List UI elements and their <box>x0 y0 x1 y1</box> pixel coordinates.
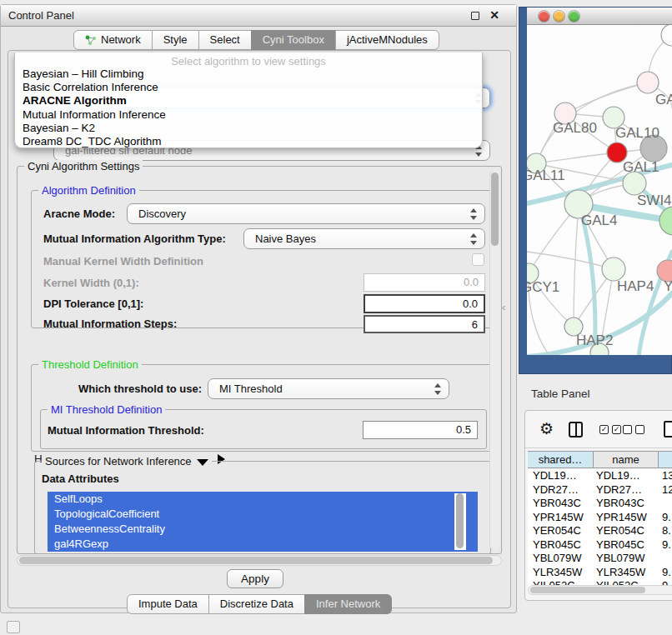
table-cell: YDL19… <box>594 469 659 483</box>
tab-impute-data[interactable]: Impute Data <box>127 594 209 614</box>
scrollbar-thumb[interactable] <box>530 587 645 593</box>
settings-vertical-scrollbar[interactable] <box>489 170 499 550</box>
node-label: GAL10 <box>615 125 659 141</box>
dpi-tolerance-field[interactable]: 0.0 <box>364 294 485 313</box>
mac-minimize-button[interactable] <box>554 11 564 22</box>
mac-zoom-button[interactable] <box>569 11 579 22</box>
table-cell: YER054C <box>594 524 659 538</box>
checked-box-icon: ✓ <box>612 425 621 434</box>
scrollbar-thumb[interactable] <box>456 493 464 548</box>
table-row[interactable]: YER054CYER054C8. <box>528 524 672 538</box>
split-columns-icon[interactable] <box>569 422 583 438</box>
network-node[interactable] <box>659 207 672 235</box>
deselect-all-checkboxes-icon[interactable] <box>623 425 644 434</box>
table-cell: YPR145W <box>594 511 659 525</box>
tab-network[interactable]: Network <box>73 30 153 50</box>
algorithm-menu-item[interactable]: Bayesian – Hill Climbing <box>15 68 482 81</box>
which-threshold-combo[interactable]: MI Threshold <box>208 378 449 399</box>
tab-label: Select <box>210 31 240 49</box>
tab-style[interactable]: Style <box>152 30 199 50</box>
attribute-list-item[interactable]: gal4RGexp <box>48 537 478 552</box>
algorithm-menu-item[interactable]: Mutual Information Inference <box>15 108 482 122</box>
mi-algorithm-type-combo[interactable]: Naive Bayes <box>243 228 485 249</box>
minimized-window-icon[interactable] <box>7 621 20 633</box>
algorithm-menu-item[interactable]: ARACNE Algorithm <box>15 94 482 108</box>
scrollbar-thumb[interactable] <box>491 172 499 246</box>
dropdown-placeholder: Select algorithm to view settings <box>15 55 482 68</box>
data-attributes-label: Data Attributes <box>42 472 119 485</box>
table-header: shared…name <box>528 451 672 468</box>
column-header[interactable]: shared… <box>528 452 594 468</box>
export-table-icon[interactable] <box>664 421 672 438</box>
tab-discretize-data[interactable]: Discretize Data <box>208 594 305 614</box>
settings-horizontal-scrollbar[interactable] <box>17 555 502 566</box>
sources-title-label: Sources for Network Inference <box>45 455 192 468</box>
algorithm-menu-item[interactable]: Dream8 DC_TDC Algorithm <box>15 135 482 148</box>
sources-title-toggle[interactable]: Sources for Network Inference <box>42 455 212 468</box>
table-cell: 9. <box>659 511 672 525</box>
table-horizontal-scrollbar[interactable] <box>528 585 672 595</box>
aracne-mode-combo[interactable]: Discovery <box>127 203 485 224</box>
tab-label: jActiveMNodules <box>347 31 428 49</box>
scrollbar-thumb[interactable] <box>19 557 493 564</box>
table-row[interactable]: YLR345WYLR345W9. <box>528 566 672 580</box>
table-row[interactable]: YDR27…YDR27…12 <box>528 483 672 498</box>
table-row[interactable]: YBR045CYBR045C9. <box>528 538 672 552</box>
table-row[interactable]: YDL19…YDL19…13 <box>528 469 672 483</box>
attribute-list-item[interactable]: BetweennessCentrality <box>48 522 478 537</box>
node-label: HAP2 <box>576 332 613 348</box>
table-cell: YER054C <box>528 524 594 538</box>
attributes-list-scrollbar[interactable] <box>454 493 466 550</box>
kernel-width-field[interactable]: 0.0 <box>364 273 485 292</box>
table-row[interactable]: YPR145WYPR145W9. <box>528 511 672 525</box>
column-header[interactable] <box>659 452 672 468</box>
algorithm-menu-item[interactable]: Bayesian – K2 <box>15 122 482 135</box>
table-cell: YBR043C <box>528 497 594 511</box>
manual-kernel-width-checkbox[interactable] <box>472 253 484 266</box>
window-title: Control Panel <box>8 9 74 22</box>
group-title: MI Threshold Definition <box>48 403 165 416</box>
tab-infer-network[interactable]: Infer Network <box>304 594 392 614</box>
settings-gear-icon[interactable]: ⚙ <box>539 421 554 438</box>
table-cell: 9. <box>659 566 672 580</box>
dpi-tolerance-label: DPI Tolerance [0,1]: <box>43 298 143 310</box>
table-cell: 13 <box>659 469 672 483</box>
group-title: Algorithm Definition <box>38 184 139 197</box>
table-cell: YBR043C <box>594 497 659 511</box>
network-node-hap4[interactable] <box>602 258 625 281</box>
attribute-list-item[interactable]: TopologicalCoefficient <box>48 507 478 522</box>
tab-cyni-toolbox[interactable]: Cyni Toolbox <box>251 30 336 50</box>
tab-jactivemnodules[interactable]: jActiveMNodules <box>335 30 439 50</box>
splitter-collapse-handle[interactable]: ‹ <box>502 301 505 313</box>
table-panel-title: Table Panel <box>531 388 590 400</box>
attribute-list-item[interactable]: SelfLoops <box>48 492 478 507</box>
tab-select[interactable]: Select <box>198 30 252 50</box>
mi-threshold-label: Mutual Information Threshold: <box>48 424 204 437</box>
aracne-mode-label: Aracne Mode: <box>43 208 115 220</box>
apply-button[interactable]: Apply <box>227 569 283 588</box>
mi-steps-field[interactable]: 6 <box>364 315 485 333</box>
table-row[interactable]: YBR043CYBR043C <box>528 497 672 511</box>
group-title: Cyni Algorithm Settings <box>24 160 143 172</box>
mi-threshold-definition-group: MI Threshold Definition Mutual Informati… <box>40 409 487 449</box>
network-canvas[interactable]: GALGAL80GAL10GAL1GAL11SWI4GAL4GCY1HAP4YH… <box>527 25 672 355</box>
network-node-gal[interactable] <box>637 72 659 93</box>
mi-threshold-field[interactable]: 0.5 <box>363 421 478 439</box>
network-icon <box>85 35 97 45</box>
table-cell: YDR27… <box>594 483 659 498</box>
close-icon[interactable]: ✕ <box>489 8 499 22</box>
table-cell: 9. <box>659 538 672 552</box>
table-row[interactable]: YBL079WYBL079W <box>528 552 672 566</box>
table-cell: YDR27… <box>528 483 594 498</box>
algorithm-menu-item[interactable]: Basic Correlation Inference <box>15 81 482 94</box>
data-attributes-list[interactable]: SelfLoopsTopologicalCoefficientBetweenne… <box>48 492 478 552</box>
combo-value: Discovery <box>138 208 186 220</box>
combo-arrows-icon <box>470 208 477 221</box>
network-node-swi4[interactable] <box>623 172 646 195</box>
sources-group: Sources for Network Inference Data Attri… <box>34 461 491 554</box>
column-header[interactable]: name <box>594 452 659 468</box>
float-window-icon[interactable] <box>471 12 479 20</box>
select-all-checkboxes-icon[interactable]: ✓ ✓ <box>599 425 621 434</box>
mac-close-button[interactable] <box>539 11 549 22</box>
network-window: GALGAL80GAL10GAL1GAL11SWI4GAL4GCY1HAP4YH… <box>519 7 672 374</box>
